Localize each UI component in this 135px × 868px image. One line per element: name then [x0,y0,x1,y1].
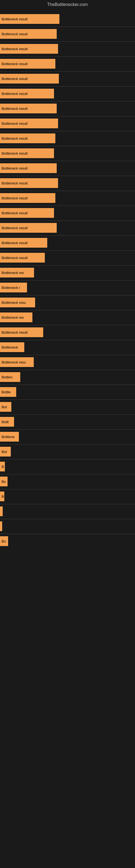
bar-label: Bottl [2,420,9,424]
bar-row: Bottleneck result [0,72,135,86]
bar-label: Bottleneck result [2,32,28,36]
bottleneck-bar[interactable]: Bottleneck res [0,268,34,278]
bar-label: Bottleneck result [2,92,28,96]
bottleneck-bar[interactable]: Bottlene [0,432,19,442]
bar-label: Bottleneck result [2,196,28,200]
bottleneck-bar[interactable]: Bottleneck result [0,328,43,337]
bottleneck-bar[interactable]: B [0,492,4,501]
bottleneck-bar[interactable]: Bottleneck result [0,148,54,158]
bottleneck-bar[interactable] [0,506,3,516]
bar-row: Bottleneck result [0,191,135,205]
bottleneck-bar[interactable]: Bot [0,447,11,457]
bottleneck-bar[interactable]: Bottleneck result [0,193,55,203]
bar-label: Bottleneck result [2,226,28,230]
bottleneck-bar[interactable]: Bottleneck resu [0,298,35,307]
bar-label: Bottleneck result [2,211,28,215]
bottleneck-bar[interactable]: Bottleneck result [0,104,57,113]
bar-label: Bottleneck result [2,122,28,126]
bar-label: Bo [2,479,6,484]
bottleneck-bar[interactable]: Bottleneck result [0,133,55,143]
bar-row: Bottleneck result [0,27,135,41]
bottleneck-bar[interactable]: Bottle [0,387,16,397]
bar-label: Bottleneck result [2,181,28,185]
bottleneck-bar[interactable]: Bo [0,536,8,546]
bar-label: Bottleneck result [2,106,28,111]
bar-row: Bottleneck r [0,280,135,294]
bar-label: Bottleneck result [2,241,28,245]
bar-row: Bo [0,474,135,489]
bar-label: Bo [2,539,6,543]
bar-label: B [2,465,4,469]
bar-label: Bottle [2,390,10,394]
site-title: TheBottlenecker.com [0,0,135,9]
bar-row: Bottleneck result [0,176,135,190]
bottleneck-bar[interactable]: Bottleneck result [0,238,47,248]
bar-label: Bottleneck res [2,271,24,275]
bottleneck-bar[interactable]: Bo [0,476,8,486]
bottleneck-bar[interactable] [0,521,2,531]
bar-row: Bottleneck resu [0,355,135,369]
bar-row: Bottleneck result [0,12,135,26]
bar-label: Bottleneck result [2,77,28,81]
bottleneck-bar[interactable]: Bottleneck r [0,283,27,292]
bottleneck-bar[interactable]: Bottleneck result [0,59,55,69]
bar-row: Bot [0,400,135,414]
bar-label: Bot [2,405,7,409]
bar-row: Bottleneck result [0,101,135,116]
bar-label: Bottleneck result [2,256,28,260]
bar-row: Bottleneck result [0,42,135,56]
bar-row: Bottleneck [0,340,135,354]
bar-row: Bottlene [0,430,135,444]
bottleneck-bar[interactable]: B [0,462,5,471]
bottleneck-bar[interactable]: Bottleneck result [0,253,45,262]
bar-label: Bottleneck r [2,286,20,290]
bottleneck-bar[interactable]: Bottleneck result [0,178,58,188]
bar-row: B [0,460,135,474]
bar-label: B [2,495,4,499]
bar-label: Bottleneck result [2,62,28,66]
bar-row: Bottl [0,415,135,429]
bottleneck-bar[interactable]: Bottleneck resu [0,357,34,367]
bar-row [0,519,135,533]
bar-label: Bottlen [2,375,12,379]
bottleneck-bar[interactable]: Bottleneck result [0,14,59,24]
site-title-text: TheBottlenecker.com [47,2,88,7]
bottleneck-bar[interactable]: Bot [0,402,11,412]
bar-row: Bottleneck result [0,116,135,130]
bar-label: Bottleneck resu [2,360,26,364]
bar-row: Bot [0,444,135,459]
bottleneck-bar[interactable]: Bottleneck result [0,89,54,98]
bars-container: Bottleneck resultBottleneck resultBottle… [0,9,135,552]
bottleneck-bar[interactable]: Bottleneck result [0,163,57,173]
bar-label: Bottleneck result [2,330,28,335]
bar-row: Bottleneck result [0,87,135,101]
bar-row: Bottleneck result [0,251,135,265]
bottleneck-bar[interactable]: Bottleneck result [0,44,58,54]
bar-label: Bottleneck result [2,166,28,170]
bar-label: Bottlene [2,435,14,439]
bottleneck-bar[interactable]: Bottleneck result [0,223,57,233]
bar-row: Bottleneck result [0,206,135,220]
bar-row: Bottleneck res [0,266,135,280]
bar-row: Bottleneck res [0,310,135,324]
bottleneck-bar[interactable]: Bottleneck res [0,312,32,322]
bottleneck-bar[interactable]: Bottl [0,417,14,427]
bottleneck-bar[interactable]: Bottleneck result [0,119,58,128]
bottleneck-bar[interactable]: Bottleneck result [0,208,54,218]
bar-label: Bot [2,450,7,454]
bottleneck-bar[interactable]: Bottleneck result [0,29,57,39]
bar-row: Bottlen [0,370,135,384]
bottleneck-bar[interactable]: Bottlen [0,372,20,382]
bar-row: Bo [0,534,135,548]
bar-row: Bottle [0,385,135,399]
bottleneck-bar[interactable]: Bottleneck [0,342,24,352]
bottleneck-bar[interactable]: Bottleneck result [0,74,59,84]
bar-row: Bottleneck result [0,57,135,71]
bar-label: Bottleneck [2,345,18,349]
bar-label: Bottleneck res [2,315,24,319]
bar-row: Bottleneck result [0,221,135,235]
bar-label: Bottleneck result [2,47,28,51]
bar-label: Bottleneck result [2,17,28,21]
bar-row: Bottleneck result [0,146,135,160]
bar-row: Bottleneck result [0,236,135,250]
